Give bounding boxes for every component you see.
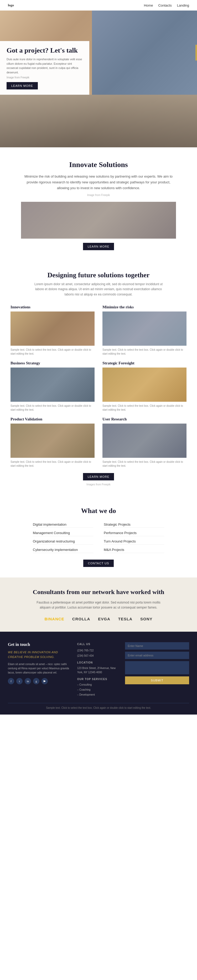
grid-title-innovations: Innovations <box>11 305 95 309</box>
business-text: Sample text. Click to select the text bo… <box>11 404 95 412</box>
hero-section: Got a project? Let's talk Duis aute irur… <box>0 11 197 95</box>
nav-landing[interactable]: Landing <box>177 3 189 7</box>
consultants-text: Faucibus a pellentesque sit amet porttit… <box>35 600 162 610</box>
grid-title-business: Business Strategy <box>11 361 95 366</box>
navigation: logo Home Contacts Landing <box>0 0 197 11</box>
user-text: Sample text. Click to select the text bo… <box>102 460 186 468</box>
business-image <box>11 368 95 402</box>
brand-sony: SONY <box>140 617 153 621</box>
footer-service-coaching: Coaching <box>77 688 120 692</box>
innovate-image-credit: Image from Freepik <box>21 194 176 197</box>
people-overlay <box>0 95 197 147</box>
user-image <box>102 423 186 458</box>
brands-list: BINANCE CROLLA EVGA TESLA SONY <box>11 617 186 621</box>
designing-subtitle: Lorem ipsum dolor sit amet, consectetur … <box>33 282 164 297</box>
footer-submit-button[interactable]: SUBMIT <box>125 676 189 684</box>
product-text: Sample text. Click to select the text bo… <box>11 460 95 468</box>
brand-crolla: CROLLA <box>72 617 90 621</box>
grid-item-minimize: Minimize the risks Sample text. Click to… <box>102 305 186 356</box>
accent-bar <box>195 45 197 60</box>
minimize-text: Sample text. Click to select the text bo… <box>102 348 186 356</box>
footer-col-form: SUBMIT <box>125 642 189 698</box>
nav-contacts[interactable]: Contacts <box>158 3 172 7</box>
twitter-icon[interactable]: t <box>16 678 23 684</box>
designing-section: Designing future solutions together Lore… <box>0 261 197 496</box>
service-performance: Performance Projects <box>104 530 164 536</box>
innovate-image <box>21 202 176 239</box>
grid-item-strategic: Strategic Foresight Sample text. Click t… <box>102 361 186 412</box>
hero-title: Got a project? Let's talk <box>6 46 83 54</box>
service-ma: M&A Projects <box>104 547 164 553</box>
strategic-image <box>102 368 186 402</box>
footer-name-input[interactable] <box>125 642 189 649</box>
grid-item-user: User Research Sample text. Click to sele… <box>102 417 186 468</box>
grid-title-user: User Research <box>102 417 186 422</box>
footer-social: f t in g ▶ <box>8 678 72 684</box>
designing-footer: LEARN MORE Images from Freepik <box>11 473 186 486</box>
what-we-do-title: What we do <box>16 507 181 515</box>
google-icon[interactable]: g <box>33 678 39 684</box>
grid-title-minimize: Minimize the risks <box>102 305 186 309</box>
strategic-text: Sample text. Click to select the text bo… <box>102 404 186 412</box>
grid-item-innovations: Innovations Sample text. Click to select… <box>11 305 95 356</box>
nav-links: Home Contacts Landing <box>144 3 189 7</box>
footer-grid: Get in touch WE BELIEVE IN INNOVATION AN… <box>8 642 189 698</box>
logo: logo <box>8 3 14 7</box>
footer-location-label: LOCATION <box>77 660 120 665</box>
service-cyber: Cybersecurity implementation <box>33 547 93 553</box>
what-we-do-section: What we do Digital implementation Strate… <box>0 496 197 578</box>
footer-email-input[interactable] <box>125 652 189 659</box>
footer-bottom-text: Sample text. Click to select the text bo… <box>8 706 189 709</box>
footer-form: SUBMIT <box>125 642 189 684</box>
designing-grid: Innovations Sample text. Click to select… <box>11 305 186 468</box>
linkedin-icon[interactable]: in <box>25 678 31 684</box>
nav-home[interactable]: Home <box>144 3 153 7</box>
footer-call-us-label: CALL US <box>77 642 120 646</box>
service-strategic: Strategic Projects <box>104 522 164 528</box>
footer-col-about: Get in touch WE BELIEVE IN INNOVATION AN… <box>8 642 72 698</box>
hero-image-credit: Image from Freepik <box>6 76 83 79</box>
facebook-icon[interactable]: f <box>8 678 14 684</box>
innovate-title: Innovate Solutions <box>21 161 176 169</box>
footer-address: 123 Brick Street, 2f Avenue, New York, N… <box>77 666 120 675</box>
hero-learn-more-button[interactable]: LEARN MORE <box>6 82 38 89</box>
designing-learn-more-button[interactable]: LEARN MORE <box>83 473 114 480</box>
consultants-title: Consultants from our network have worked… <box>11 588 186 596</box>
footer-message-input[interactable] <box>125 661 189 674</box>
product-image <box>11 423 95 458</box>
footer: Get in touch WE BELIEVE IN INNOVATION AN… <box>0 632 197 714</box>
brand-tesla: TESLA <box>118 617 132 621</box>
designing-title: Designing future solutions together <box>11 271 186 279</box>
brand-binance: BINANCE <box>44 617 64 621</box>
innovate-learn-more-button[interactable]: LEARN MORE <box>83 243 114 250</box>
youtube-icon[interactable]: ▶ <box>41 678 48 684</box>
services-grid: Digital implementation Strategic Project… <box>33 522 164 553</box>
innovate-text: Minimize the risk of building and releas… <box>21 173 176 191</box>
service-turnaround: Turn Around Projects <box>104 538 164 544</box>
minimize-image <box>102 312 186 346</box>
footer-service-development: Development <box>77 693 120 697</box>
footer-tagline: WE BELIEVE IN INNOVATION AND CREATIVE PR… <box>8 650 72 659</box>
grid-item-product: Product Validation Sample text. Click to… <box>11 417 95 468</box>
footer-phone1: (234) 765-722 <box>77 649 120 653</box>
brand-evga: EVGA <box>98 617 110 621</box>
footer-service-consulting: Consulting <box>77 683 120 687</box>
innovations-image <box>11 312 95 346</box>
footer-top-services-label: OUR TOP SERVICES <box>77 677 120 681</box>
service-management: Management Consulting <box>33 530 93 536</box>
footer-bottom: Sample text. Click to select the text bo… <box>8 703 189 709</box>
footer-body: Etiam sit amet consults sit amet – nico:… <box>8 662 72 675</box>
service-org: Organizational restructuring <box>33 538 93 544</box>
people-image-section <box>0 95 197 147</box>
footer-phone2: (234) 567-434 <box>77 654 120 658</box>
designing-images-credit: Images from Freepik <box>11 483 186 486</box>
grid-title-strategic: Strategic Foresight <box>102 361 186 366</box>
hero-image-right <box>92 11 197 95</box>
grid-title-product: Product Validation <box>11 417 95 422</box>
footer-col-contact: CALL US (234) 765-722 (234) 567-434 LOCA… <box>77 642 120 698</box>
contact-us-button[interactable]: CONTACT US <box>83 560 114 567</box>
hero-body: Duis aute irure dolor in reprehenderit i… <box>6 57 83 75</box>
innovations-text: Sample text. Click to select the text bo… <box>11 348 95 356</box>
service-digital: Digital implementation <box>33 522 93 528</box>
hero-content: Got a project? Let's talk Duis aute irur… <box>0 41 89 95</box>
